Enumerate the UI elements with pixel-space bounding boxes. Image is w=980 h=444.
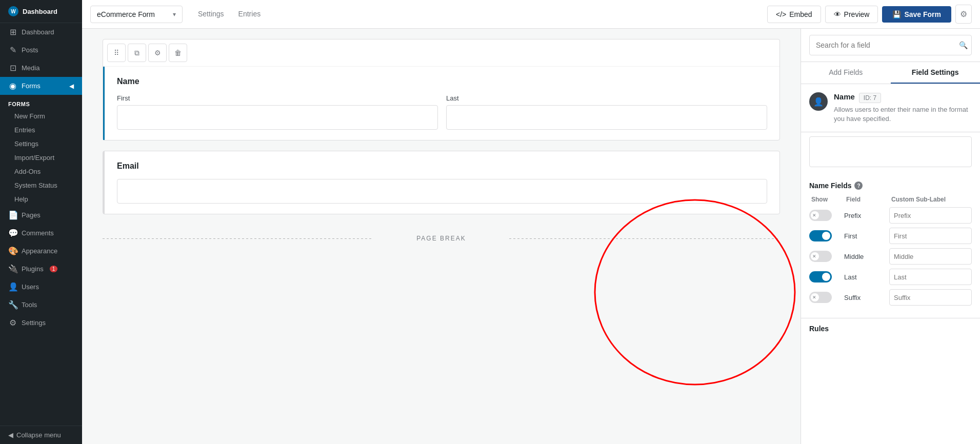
save-label: Save Form xyxy=(904,10,941,18)
sidebar-item-label: Posts xyxy=(22,46,38,54)
toggle-suffix-wrap: ✕ xyxy=(809,292,840,303)
sidebar-item-forms[interactable]: ◉ Forms ◀ xyxy=(0,77,82,95)
sidebar-subitem-import-export[interactable]: Import/Export xyxy=(0,151,82,165)
field-toolbar: ⠿ ⧉ ⚙ 🗑 xyxy=(103,39,779,67)
last-sublabel-input[interactable] xyxy=(889,269,972,285)
last-name-group: Last xyxy=(446,94,767,130)
form-canvas: ⠿ ⧉ ⚙ 🗑 Name First xyxy=(82,29,801,444)
gear-icon: ⚙ xyxy=(960,10,967,18)
prefix-sublabel-input[interactable] xyxy=(889,207,972,224)
search-field-input[interactable] xyxy=(809,35,972,55)
toggle-prefix-wrap: ✕ xyxy=(809,210,840,221)
nav-item-settings[interactable]: Settings xyxy=(191,1,231,28)
page-break-label: PAGE BREAK xyxy=(416,235,466,242)
toggle-middle-slider: ✕ xyxy=(809,251,832,262)
preview-button[interactable]: 👁 Preview xyxy=(825,6,878,23)
sidebar-item-appearance[interactable]: 🎨 Appearance xyxy=(0,242,82,260)
panel-scrollable: 👤 Name ID: 7 Allows users to enter their… xyxy=(801,84,980,444)
sidebar-item-media[interactable]: ⊡ Media xyxy=(0,59,82,77)
fields-table-header: Show Field Custom Sub-Label xyxy=(809,196,972,203)
sidebar-item-settings-global[interactable]: ⚙ Settings xyxy=(0,314,82,332)
collapse-menu-button[interactable]: ◀ Collapse menu xyxy=(0,426,82,444)
panel-tabs: Add Fields Field Settings xyxy=(801,62,980,84)
col-field: Field xyxy=(846,196,887,203)
field-id-badge: ID: 7 xyxy=(859,93,881,103)
sidebar-subitem-add-ons[interactable]: Add-Ons xyxy=(0,165,82,178)
toggle-x-icon: ✕ xyxy=(812,213,816,218)
toggle-middle-wrap: ✕ xyxy=(809,251,840,262)
sidebar-item-dashboard[interactable]: ⊞ Dashboard xyxy=(0,23,82,41)
embed-button[interactable]: </> Embed xyxy=(767,6,821,23)
posts-icon: ✎ xyxy=(8,45,17,55)
toggle-first[interactable]: ✓ xyxy=(809,230,832,241)
field-label-textarea[interactable] xyxy=(809,136,972,167)
settings-icon: ⚙ xyxy=(154,49,161,57)
toggle-x-icon: ✕ xyxy=(812,295,816,300)
last-sublabel: Last xyxy=(446,94,767,102)
name-inputs-group: First Last xyxy=(117,94,767,130)
first-sublabel-input[interactable] xyxy=(889,228,972,244)
preview-eye-icon: 👁 xyxy=(834,10,841,18)
drag-icon: ⠿ xyxy=(114,49,119,57)
sidebar-subitem-new-form[interactable]: New Form xyxy=(0,109,82,123)
middle-sublabel-input[interactable] xyxy=(889,248,972,265)
chevron-down-icon: ▾ xyxy=(173,11,176,18)
prefix-field-label: Prefix xyxy=(844,212,885,219)
toggle-check-icon: ✓ xyxy=(825,274,829,279)
field-info-name: Name xyxy=(834,92,855,101)
nav-item-entries[interactable]: Entries xyxy=(231,1,268,28)
suffix-sublabel-input[interactable] xyxy=(889,289,972,306)
preview-label: Preview xyxy=(844,10,870,18)
toggle-prefix[interactable]: ✕ xyxy=(809,210,832,221)
sidebar-subitem-help[interactable]: Help xyxy=(0,192,82,206)
first-name-input[interactable] xyxy=(117,105,438,130)
field-info-text: Name ID: 7 Allows users to enter their n… xyxy=(834,92,972,124)
email-input[interactable] xyxy=(117,179,767,204)
sidebar-subitem-entries[interactable]: Entries xyxy=(0,123,82,137)
last-name-input[interactable] xyxy=(446,105,767,130)
toggle-last[interactable]: ✓ xyxy=(809,271,832,282)
sidebar-subitem-settings[interactable]: Settings xyxy=(0,137,82,151)
name-fields-section: Name Fields ? Show Field Custom Sub-Labe… xyxy=(801,173,980,318)
middle-field-label: Middle xyxy=(844,253,885,260)
field-settings-button[interactable]: ⚙ xyxy=(148,44,167,62)
sidebar-item-label: Appearance xyxy=(22,247,57,255)
sidebar-item-label: Settings xyxy=(22,319,46,327)
sidebar-item-plugins[interactable]: 🔌 Plugins 1 xyxy=(0,260,82,278)
sidebar-logo[interactable]: W Dashboard xyxy=(0,0,82,23)
sidebar-item-users[interactable]: 👤 Users xyxy=(0,278,82,296)
tab-add-fields[interactable]: Add Fields xyxy=(801,62,891,84)
sidebar-subitem-system-status[interactable]: System Status xyxy=(0,178,82,192)
delete-button[interactable]: 🗑 xyxy=(169,44,187,62)
field-info-top: Name ID: 7 xyxy=(834,92,972,103)
sidebar-item-tools[interactable]: 🔧 Tools xyxy=(0,296,82,314)
email-field-label: Email xyxy=(117,162,767,171)
topbar: eCommerce Form ▾ Settings Entries </> Em… xyxy=(82,0,980,29)
name-fields-title-text: Name Fields xyxy=(809,181,851,190)
toggle-first-wrap: ✓ xyxy=(809,230,840,241)
toggle-middle[interactable]: ✕ xyxy=(809,251,832,262)
last-field-label: Last xyxy=(844,273,885,281)
sidebar-item-comments[interactable]: 💬 Comments xyxy=(0,224,82,242)
toggle-suffix[interactable]: ✕ xyxy=(809,292,832,303)
name-field-label: Name xyxy=(117,77,767,86)
sidebar-logo-label: Dashboard xyxy=(23,8,57,15)
help-icon[interactable]: ? xyxy=(854,181,863,190)
sidebar-item-posts[interactable]: ✎ Posts xyxy=(0,41,82,59)
comments-icon: 💬 xyxy=(8,228,17,238)
gear-settings-button[interactable]: ⚙ xyxy=(955,5,972,24)
embed-label: Embed xyxy=(789,10,812,18)
plugins-badge: 1 xyxy=(50,266,58,272)
drag-handle-button[interactable]: ⠿ xyxy=(107,44,126,62)
toggle-prefix-slider: ✕ xyxy=(809,210,832,221)
sidebar-item-pages[interactable]: 📄 Pages xyxy=(0,206,82,224)
save-form-button[interactable]: 💾 Save Form xyxy=(882,6,951,23)
sidebar-item-label: Media xyxy=(22,64,39,72)
first-name-group: First xyxy=(117,94,438,130)
tab-field-settings[interactable]: Field Settings xyxy=(891,62,981,84)
collapse-icon: ◀ xyxy=(8,431,13,439)
field-row-first: ✓ First xyxy=(809,228,972,244)
email-field-content: Email xyxy=(103,151,779,214)
duplicate-button[interactable]: ⧉ xyxy=(128,44,146,62)
form-selector-dropdown[interactable]: eCommerce Form ▾ xyxy=(90,6,183,23)
